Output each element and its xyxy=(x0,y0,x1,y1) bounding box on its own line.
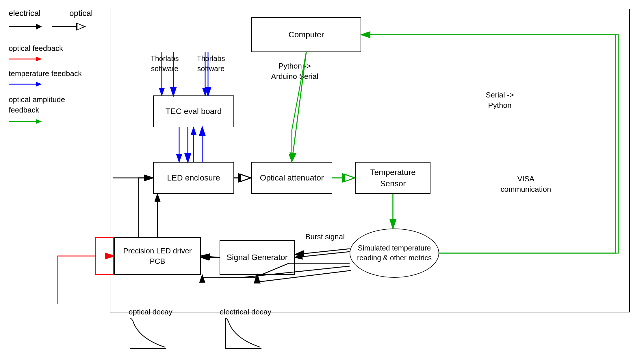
led-enclosure-label: LED enclosure xyxy=(167,172,220,183)
tec-eval-block: TEC eval board xyxy=(153,95,234,127)
precision-led-label: Precision LED driver PCB xyxy=(117,246,198,267)
computer-block: Computer xyxy=(251,17,361,52)
svg-marker-10 xyxy=(36,119,42,124)
feedback-box xyxy=(95,237,114,275)
led-enclosure-block: LED enclosure xyxy=(153,162,234,194)
optical-decay-curve xyxy=(124,315,170,353)
electrical-decay-curve xyxy=(220,315,266,353)
legend: electrical optical optical feedback xyxy=(9,9,93,126)
optical-feedback-label: optical feedback xyxy=(9,44,93,53)
svg-marker-8 xyxy=(36,82,42,86)
serial-python-label: Serial -> Python xyxy=(474,90,526,111)
diagram-container: electrical optical optical feedback xyxy=(0,0,644,361)
svg-marker-6 xyxy=(36,57,42,61)
svg-marker-1 xyxy=(36,24,42,30)
optical-label: optical xyxy=(69,9,93,18)
python-arduino-label: Python -> Arduino Serial xyxy=(269,61,321,82)
thorlabs-software-2-label: Thorlabs software xyxy=(194,54,228,74)
optical-attenuator-label: Optical attenuator xyxy=(260,172,324,183)
signal-generator-label: Signal Generator xyxy=(227,252,288,263)
temperature-sensor-label: Temperature Sensor xyxy=(358,167,428,189)
optical-attenuator-block: Optical attenuator xyxy=(251,162,332,194)
simulated-temp-block: Simulated temperature reading & other me… xyxy=(350,229,439,278)
computer-label: Computer xyxy=(289,29,324,40)
visa-communication-label: VISA communication xyxy=(497,174,555,195)
simulated-temp-label: Simulated temperature reading & other me… xyxy=(353,243,436,263)
precision-led-block: Precision LED driver PCB xyxy=(114,237,201,275)
thorlabs-software-1-label: Thorlabs software xyxy=(147,54,182,74)
electrical-label: electrical xyxy=(9,9,61,18)
tec-eval-label: TEC eval board xyxy=(166,106,222,117)
temperature-sensor-block: Temperature Sensor xyxy=(355,162,430,194)
temperature-feedback-label: temperature feedback xyxy=(9,69,93,78)
optical-amplitude-feedback-label: optical amplitudefeedback xyxy=(9,94,93,115)
burst-signal-label: Burst signal xyxy=(299,231,351,242)
signal-generator-block: Signal Generator xyxy=(220,240,295,275)
